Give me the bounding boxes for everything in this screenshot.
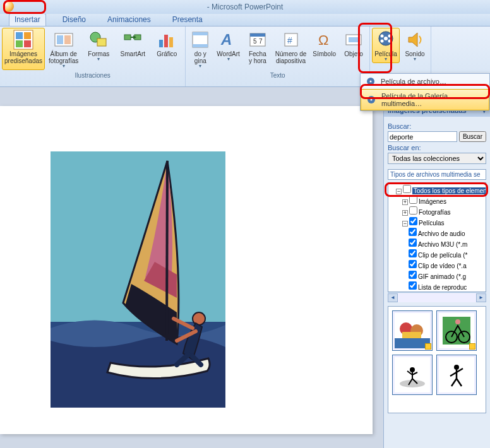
sound-icon — [405, 30, 425, 50]
svg-rect-9 — [97, 38, 106, 46]
svg-point-32 — [388, 35, 391, 38]
tree-lista[interactable]: Lista de reproduc — [418, 284, 467, 291]
svg-rect-18 — [193, 44, 208, 47]
clipart-label: Imágenesprediseñadas — [4, 50, 42, 64]
scroll-right-icon[interactable]: ► — [476, 293, 486, 302]
scroll-track[interactable] — [398, 293, 476, 302]
chevron-down-icon: ▾ — [414, 57, 416, 61]
scroll-left-icon[interactable]: ◄ — [388, 293, 398, 302]
header-footer-button[interactable]: do ygina ▾ — [188, 28, 213, 70]
search-in-select[interactable]: Todas las colecciones — [388, 153, 486, 164]
tree-m3u[interactable]: Archivo M3U (*.m — [418, 241, 467, 248]
date-time-icon: 57 — [248, 30, 268, 50]
tree-clip-video[interactable]: Clip de vídeo (*.a — [418, 262, 467, 269]
result-thumb[interactable] — [436, 355, 477, 395]
shapes-icon — [88, 30, 109, 50]
media-types-tree[interactable]: −Todos los tipos de elemen +Imágenes +Fo… — [388, 182, 486, 292]
svg-point-33 — [380, 40, 383, 43]
svg-point-52 — [455, 319, 460, 324]
smartart-label: SmartArt — [121, 50, 145, 57]
svg-marker-35 — [409, 33, 417, 47]
svg-rect-28 — [349, 37, 359, 42]
tree-hscroll[interactable]: ◄ ► — [388, 292, 486, 302]
group-title-texto: Texto — [186, 71, 369, 80]
movie-button[interactable]: Película ▾ — [372, 28, 400, 63]
svg-rect-3 — [16, 40, 23, 47]
movie-from-gallery-item[interactable]: Película de la Galería multimedia… — [361, 89, 489, 110]
office-button[interactable] — [3, 1, 14, 12]
svg-rect-2 — [24, 32, 31, 39]
slide-workspace — [0, 87, 383, 448]
svg-point-42 — [193, 312, 205, 325]
slide-number-button[interactable]: # Número dediapositiva — [273, 28, 309, 70]
sound-button[interactable]: Sonido ▾ — [401, 28, 429, 63]
photo-album-button[interactable]: Álbum defotografías ▾ — [46, 28, 81, 70]
result-thumb[interactable] — [436, 310, 477, 351]
search-button[interactable]: Buscar — [459, 131, 486, 142]
clipart-icon — [13, 30, 33, 50]
svg-rect-47 — [402, 332, 421, 338]
inserted-clipart-image[interactable] — [51, 151, 225, 408]
app-title: - Microsoft PowerPoint — [207, 3, 284, 11]
object-button[interactable]: Objeto — [340, 28, 368, 70]
svg-text:#: # — [287, 35, 292, 45]
svg-point-30 — [384, 37, 388, 40]
tab-diseno[interactable]: Diseño — [57, 14, 91, 26]
date-time-button[interactable]: 57 Fechay hora — [244, 28, 272, 70]
shapes-button[interactable]: Formas ▾ — [82, 28, 115, 70]
svg-point-55 — [410, 367, 415, 372]
chevron-down-icon: ▾ — [63, 64, 65, 68]
search-input[interactable] — [388, 131, 457, 142]
tab-insertar[interactable]: Insertar — [9, 13, 46, 26]
object-label: Objeto — [344, 50, 362, 57]
svg-point-34 — [388, 40, 391, 43]
clipart-button[interactable]: Imágenesprediseñadas — [2, 28, 45, 70]
group-title-media — [370, 64, 431, 73]
svg-text:Ω: Ω — [318, 32, 328, 48]
tree-clip-peli[interactable]: Clip de película (* — [418, 252, 467, 259]
tree-gif[interactable]: GIF animado (*.g — [418, 273, 466, 280]
chart-button[interactable]: Gráfico — [150, 28, 183, 70]
search-label: Buscar: — [388, 122, 486, 130]
ribbon-tabs: Insertar Diseño Animaciones Presenta — [0, 14, 490, 27]
svg-point-54 — [400, 380, 425, 387]
svg-rect-7 — [64, 35, 71, 44]
results-grid — [388, 306, 486, 413]
result-thumb[interactable] — [392, 310, 433, 351]
smartart-button[interactable]: SmartArt — [116, 28, 149, 70]
result-thumb[interactable] — [392, 355, 433, 395]
movie-from-file-item[interactable]: Película de archivo… — [361, 74, 489, 89]
wordart-icon: A — [218, 30, 239, 50]
svg-rect-4 — [24, 40, 31, 47]
header-footer-label: do ygina — [194, 50, 206, 64]
svg-text:7: 7 — [259, 38, 263, 45]
svg-rect-13 — [159, 40, 163, 47]
film-icon — [366, 76, 376, 86]
smartart-icon — [122, 30, 143, 50]
tree-audio[interactable]: Archivo de audio — [418, 230, 465, 237]
slide-canvas[interactable] — [0, 106, 373, 434]
photo-album-label: Álbum defotografías — [49, 50, 78, 64]
anim-badge-icon — [469, 343, 475, 350]
tree-imagenes[interactable]: Imágenes — [419, 198, 446, 205]
tab-animaciones[interactable]: Animaciones — [102, 14, 156, 26]
chevron-down-icon: ▾ — [385, 57, 387, 61]
group-title-ilustraciones: Ilustraciones — [0, 71, 185, 80]
tab-presenta[interactable]: Presenta — [167, 14, 208, 26]
svg-rect-14 — [164, 35, 168, 47]
tree-peliculas[interactable]: Películas — [419, 220, 445, 227]
wordart-button[interactable]: A WordArt ▾ — [214, 28, 242, 70]
svg-rect-1 — [16, 32, 23, 39]
svg-text:A: A — [220, 31, 232, 48]
media-types-combo[interactable]: Tipos de archivos multimedia se — [388, 169, 486, 180]
chart-icon — [157, 30, 177, 50]
svg-point-37 — [370, 81, 372, 83]
movie-icon — [376, 30, 396, 50]
tree-root[interactable]: Todos los tipos de elemen — [412, 187, 486, 194]
header-footer-icon — [190, 30, 210, 50]
svg-rect-21 — [250, 33, 265, 37]
symbol-button[interactable]: Ω Símbolo — [310, 28, 338, 70]
tree-fotografias[interactable]: Fotografías — [419, 209, 451, 216]
chevron-down-icon: ▾ — [199, 64, 201, 68]
svg-rect-10 — [124, 35, 131, 40]
